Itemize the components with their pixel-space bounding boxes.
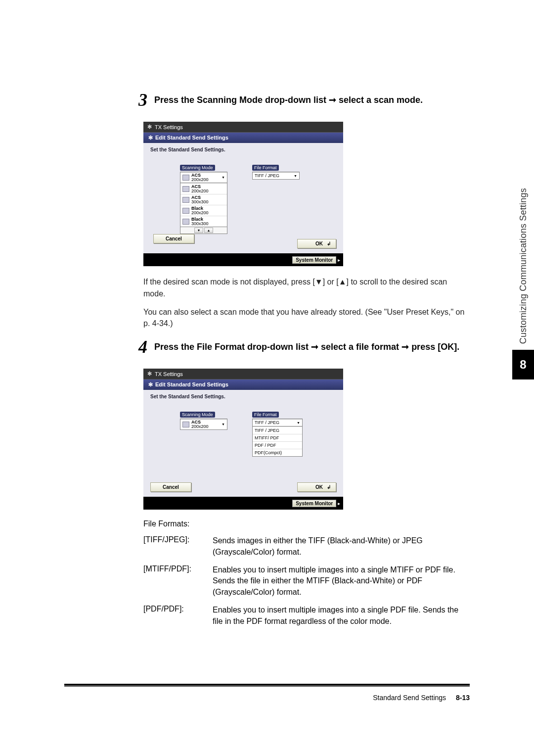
file-formats-heading: File Formats: — [143, 520, 470, 528]
mode-thumb-icon — [182, 219, 189, 225]
arrow-icon: ➞ — [401, 342, 409, 352]
ok-button[interactable]: OK↲ — [297, 239, 336, 248]
window-title: TX Settings — [155, 124, 183, 130]
system-monitor-button[interactable]: System Monitor — [292, 500, 336, 507]
chevron-down-icon: ▼ — [222, 423, 225, 426]
footer-section: Standard Send Settings — [373, 694, 446, 702]
file-format-dropdown[interactable]: File Format TIFF / JPEG▼ TIFF / JPEG MTI… — [252, 409, 303, 457]
mode-thumb-icon — [182, 186, 189, 192]
mode-thumb-icon — [182, 197, 189, 203]
system-monitor-button[interactable]: System Monitor — [292, 256, 336, 264]
dialog-header: ✻Edit Standard Send Settings — [143, 133, 343, 143]
dialog-instruction: Set the Standard Send Settings. — [150, 394, 336, 399]
scan-option[interactable]: Black300x300 — [180, 216, 227, 227]
file-formats-table: [TIFF/JPEG]: Sends images in either the … — [143, 535, 470, 627]
gear-icon: ✻ — [148, 135, 153, 141]
scan-list[interactable]: ACS200x200 ACS300x300 Black200x200 Black… — [180, 183, 227, 227]
scan-option[interactable]: ACS300x300 — [180, 194, 227, 205]
scan-option[interactable]: Black200x200 — [180, 205, 227, 216]
window-titlebar: ✻TX Settings — [143, 369, 343, 379]
format-desc: Enables you to insert multiple images in… — [213, 565, 470, 598]
page-footer: Standard Send Settings 8-13 — [64, 684, 470, 702]
screenshot-scanning-mode: ✻TX Settings ✻Edit Standard Send Setting… — [143, 122, 343, 266]
gear-icon: ✻ — [148, 381, 153, 387]
step4-heading: Press the File Format drop-down list ➞ s… — [154, 341, 459, 353]
arrow-icon: ➞ — [311, 342, 318, 352]
format-label: [TIFF/JPEG]: — [143, 535, 213, 558]
file-option[interactable]: PDF(Compct) — [253, 449, 302, 456]
format-desc: Enables you to insert multiple images in… — [213, 605, 470, 627]
file-option[interactable]: MTIFF/ PDF — [253, 434, 302, 441]
chapter-label: Customizing Communications Settings — [518, 188, 529, 344]
chevron-down-icon: ▼ — [297, 421, 300, 425]
file-option[interactable]: TIFF / JPEG — [253, 426, 302, 434]
step4-text-a: Press the File Format drop-down list — [154, 342, 311, 352]
step-number-4: 4 — [138, 338, 147, 356]
window-titlebar: ✻TX Settings — [143, 122, 343, 133]
file-selected: TIFF / JPEG — [255, 173, 279, 178]
step3-text-b: select a scan mode. — [336, 95, 423, 105]
step-number-3: 3 — [138, 91, 147, 109]
scan-selected: ACS200x200 — [191, 420, 209, 428]
gear-icon: ✻ — [147, 124, 152, 130]
format-desc: Sends images in either the TIFF (Black-a… — [213, 535, 470, 558]
scanning-mode-dropdown[interactable]: Scanning Mode ACS200x200▼ ACS200x200 ACS… — [180, 162, 227, 234]
ok-button[interactable]: OK↲ — [297, 482, 336, 492]
chapter-tab: Customizing Communications Settings 8 — [512, 188, 534, 379]
format-label: [PDF/PDF]: — [143, 605, 213, 627]
dialog-header: ✻Edit Standard Send Settings — [143, 379, 343, 390]
chevron-down-icon: ▼ — [222, 176, 225, 179]
return-icon: ↲ — [327, 484, 331, 490]
scan-option[interactable]: ACS200x200 — [180, 183, 227, 194]
gear-icon: ✻ — [147, 371, 152, 377]
mode-thumb-icon — [182, 175, 189, 181]
cancel-button[interactable]: Cancel — [150, 482, 191, 492]
cancel-button[interactable]: Cancel — [153, 234, 194, 243]
file-selected: TIFF / JPEG — [255, 420, 279, 425]
file-format-label: File Format — [252, 412, 279, 418]
step3-note-2: You can also select a scan mode that you… — [143, 306, 470, 329]
scanning-mode-label: Scanning Mode — [180, 165, 215, 171]
chevron-down-icon: ▼ — [294, 174, 297, 178]
chapter-number: 8 — [512, 350, 534, 379]
mode-thumb-icon — [182, 208, 189, 214]
dialog-instruction: Set the Standard Send Settings. — [150, 147, 336, 152]
scan-selected: ACS200x200 — [191, 173, 209, 182]
return-icon: ↲ — [327, 241, 331, 246]
arrow-icon: ➞ — [329, 95, 336, 105]
file-option[interactable]: PDF / PDF — [253, 441, 302, 449]
step4-text-c: press [OK]. — [409, 342, 459, 352]
scanning-mode-dropdown[interactable]: Scanning Mode ACS200x200▼ — [180, 409, 227, 430]
file-format-label: File Format — [252, 165, 279, 171]
format-label: [MTIFF/PDF]: — [143, 565, 213, 598]
chevron-up-icon[interactable]: ▲ — [204, 228, 213, 233]
window-title: TX Settings — [155, 371, 183, 377]
file-format-dropdown[interactable]: File Format TIFF / JPEG▼ — [252, 162, 300, 180]
screenshot-file-format: ✻TX Settings ✻Edit Standard Send Setting… — [143, 369, 343, 510]
mode-thumb-icon — [182, 422, 189, 427]
page-number: 8-13 — [456, 694, 470, 702]
step3-note-1: If the desired scan mode is not displaye… — [143, 276, 470, 299]
chevron-down-icon[interactable]: ▼ — [194, 228, 203, 233]
step3-text-a: Press the Scanning Mode drop-down list — [154, 95, 329, 105]
file-list[interactable]: TIFF / JPEG MTIFF/ PDF PDF / PDF PDF(Com… — [252, 426, 303, 457]
step4-text-b: select a file format — [318, 342, 401, 352]
step3-heading: Press the Scanning Mode drop-down list ➞… — [154, 94, 423, 106]
scanning-mode-label: Scanning Mode — [180, 412, 215, 418]
scroll-buttons[interactable]: ▼ ▲ — [180, 227, 227, 234]
